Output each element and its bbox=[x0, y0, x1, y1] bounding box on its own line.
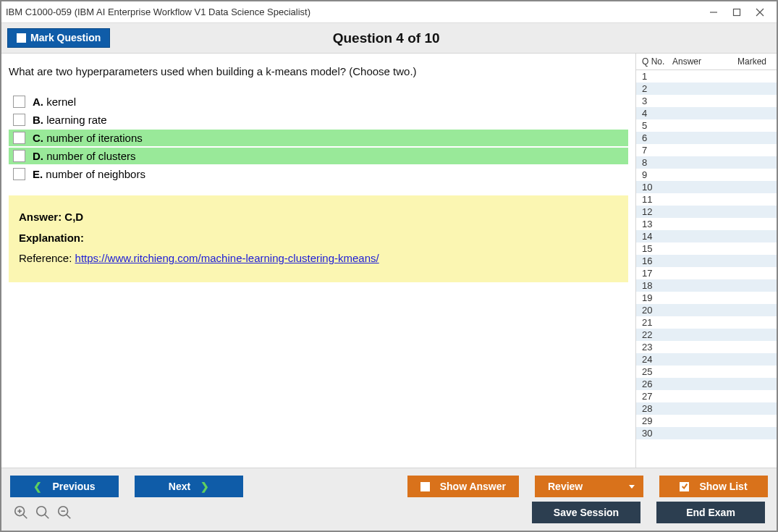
option-row[interactable]: C. number of iterations bbox=[9, 130, 628, 146]
question-list-row[interactable]: 7 bbox=[636, 144, 777, 156]
question-text: What are two hyperparameters used when b… bbox=[9, 65, 628, 77]
end-exam-button[interactable]: End Exam bbox=[656, 502, 765, 523]
button-row-1: ❮ Previous Next ❯ Show Answer Review Sho… bbox=[10, 476, 768, 497]
question-list-row[interactable]: 18 bbox=[636, 279, 777, 292]
chevron-down-icon bbox=[629, 485, 635, 489]
show-list-button[interactable]: Show List bbox=[659, 476, 768, 497]
question-list-row[interactable]: 9 bbox=[636, 169, 777, 181]
question-list-row[interactable]: 10 bbox=[636, 181, 777, 193]
col-marked: Marked bbox=[717, 56, 772, 67]
question-list-row[interactable]: 21 bbox=[636, 316, 777, 329]
option-label: A. kernel bbox=[33, 96, 625, 108]
svg-line-11 bbox=[67, 515, 71, 519]
question-list-row[interactable]: 28 bbox=[636, 402, 777, 415]
question-list-row[interactable]: 12 bbox=[636, 206, 777, 218]
option-checkbox[interactable] bbox=[13, 132, 25, 144]
question-list-row[interactable]: 22 bbox=[636, 329, 777, 341]
minimize-icon[interactable] bbox=[709, 7, 719, 17]
question-list-row[interactable]: 1 bbox=[636, 70, 777, 83]
option-text: number of neighbors bbox=[43, 168, 145, 180]
question-list-row[interactable]: 26 bbox=[636, 378, 777, 390]
option-row[interactable]: A. kernel bbox=[9, 93, 628, 110]
show-list-label: Show List bbox=[699, 481, 747, 492]
question-list-row[interactable]: 3 bbox=[636, 95, 777, 107]
question-list-row[interactable]: 6 bbox=[636, 132, 777, 144]
answer-box: Answer: C,D Explanation: Reference: http… bbox=[9, 195, 628, 282]
option-row[interactable]: B. learning rate bbox=[9, 111, 628, 128]
question-list-row[interactable]: 19 bbox=[636, 292, 777, 304]
question-list-row[interactable]: 4 bbox=[636, 107, 777, 119]
button-row-2: Save Session End Exam bbox=[10, 497, 768, 525]
reference-prefix: Reference: bbox=[19, 252, 75, 264]
zoom-out-icon[interactable] bbox=[56, 504, 72, 520]
previous-button[interactable]: ❮ Previous bbox=[10, 476, 119, 497]
save-session-button[interactable]: Save Session bbox=[532, 502, 640, 523]
option-text: kernel bbox=[43, 96, 76, 108]
question-list-row[interactable]: 11 bbox=[636, 193, 777, 206]
question-list-row[interactable]: 29 bbox=[636, 415, 777, 427]
option-label: D. number of clusters bbox=[33, 150, 625, 162]
question-list-row[interactable]: 20 bbox=[636, 304, 777, 316]
window-controls bbox=[709, 7, 772, 17]
option-label: B. learning rate bbox=[33, 114, 625, 126]
question-pane: What are two hyperparameters used when b… bbox=[1, 54, 635, 468]
topbar: Mark Question Question 4 of 10 bbox=[1, 23, 777, 54]
option-checkbox[interactable] bbox=[13, 168, 25, 180]
option-text: learning rate bbox=[43, 114, 107, 126]
previous-label: Previous bbox=[52, 481, 95, 492]
question-list-scroll[interactable]: 1234567891011121314151617181920212223242… bbox=[636, 70, 777, 468]
option-letter: D. bbox=[33, 150, 43, 162]
reference-link[interactable]: https://www.ritchieng.com/machine-learni… bbox=[75, 252, 379, 264]
option-letter: E. bbox=[33, 168, 43, 180]
chevron-left-icon: ❮ bbox=[33, 481, 42, 492]
question-list-row[interactable]: 15 bbox=[636, 242, 777, 255]
svg-line-9 bbox=[45, 515, 49, 519]
question-list-row[interactable]: 16 bbox=[636, 255, 777, 267]
option-letter: C. bbox=[33, 132, 43, 144]
answer-line: Answer: C,D bbox=[19, 207, 618, 228]
question-list-header: Q No. Answer Marked bbox=[636, 54, 777, 70]
bottombar: ❮ Previous Next ❯ Show Answer Review Sho… bbox=[1, 468, 777, 531]
maximize-icon[interactable] bbox=[732, 7, 742, 17]
col-qno: Q No. bbox=[642, 56, 672, 67]
question-list-row[interactable]: 30 bbox=[636, 427, 777, 439]
question-list-row[interactable]: 13 bbox=[636, 218, 777, 230]
question-list-row[interactable]: 23 bbox=[636, 341, 777, 353]
reference-line: Reference: https://www.ritchieng.com/mac… bbox=[19, 248, 618, 269]
next-label: Next bbox=[169, 481, 190, 492]
zoom-in-icon[interactable] bbox=[13, 504, 29, 520]
save-session-label: Save Session bbox=[554, 507, 619, 518]
next-button[interactable]: Next ❯ bbox=[135, 476, 243, 497]
review-label: Review bbox=[548, 481, 583, 492]
question-list-row[interactable]: 24 bbox=[636, 353, 777, 366]
body-area: What are two hyperparameters used when b… bbox=[1, 54, 777, 468]
option-label: E. number of neighbors bbox=[33, 168, 625, 180]
question-list-row[interactable]: 5 bbox=[636, 119, 777, 132]
svg-point-8 bbox=[37, 507, 46, 516]
close-icon[interactable] bbox=[755, 7, 765, 17]
explanation-label: Explanation: bbox=[19, 228, 618, 249]
question-list-row[interactable]: 25 bbox=[636, 366, 777, 378]
options-list: A. kernelB. learning rateC. number of it… bbox=[9, 93, 628, 182]
zoom-icon[interactable] bbox=[35, 504, 51, 520]
option-text: number of iterations bbox=[43, 132, 143, 144]
option-checkbox[interactable] bbox=[13, 96, 25, 108]
question-list-row[interactable]: 17 bbox=[636, 267, 777, 279]
window-title: IBM C1000-059 (IBM AI Enterprise Workflo… bbox=[6, 7, 709, 17]
checkbox-checked-icon bbox=[680, 482, 689, 491]
option-checkbox[interactable] bbox=[13, 150, 25, 162]
question-list-row[interactable]: 27 bbox=[636, 390, 777, 402]
option-row[interactable]: E. number of neighbors bbox=[9, 166, 628, 182]
review-button[interactable]: Review bbox=[535, 476, 643, 497]
option-checkbox[interactable] bbox=[13, 114, 25, 126]
question-list-row[interactable]: 2 bbox=[636, 83, 777, 95]
question-list-panel: Q No. Answer Marked 12345678910111213141… bbox=[635, 54, 777, 468]
checkbox-icon bbox=[420, 482, 430, 491]
question-list-row[interactable]: 14 bbox=[636, 230, 777, 242]
show-answer-label: Show Answer bbox=[440, 481, 506, 492]
option-row[interactable]: D. number of clusters bbox=[9, 148, 628, 164]
option-letter: B. bbox=[33, 114, 43, 126]
end-exam-label: End Exam bbox=[686, 507, 735, 518]
question-list-row[interactable]: 8 bbox=[636, 156, 777, 169]
show-answer-button[interactable]: Show Answer bbox=[407, 476, 519, 497]
